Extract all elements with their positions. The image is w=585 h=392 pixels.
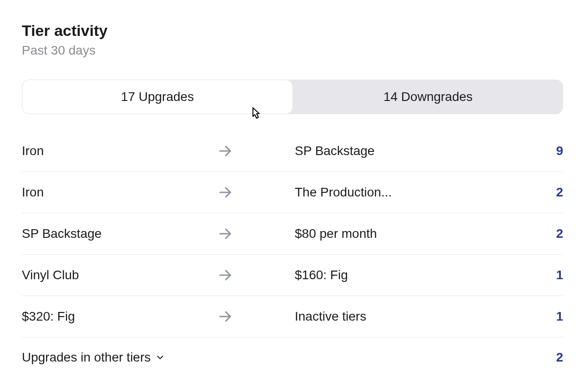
from-tier: SP Backstage [22,226,217,241]
tier-count: 9 [536,144,563,158]
tab-upgrades-label: 17 Upgrades [121,90,194,104]
tier-count: 2 [536,185,563,200]
other-tiers-count: 2 [536,350,563,365]
tab-downgrades[interactable]: 14 Downgrades [293,80,563,114]
to-tier: Inactive tiers [295,309,536,324]
arrow-right-icon [217,309,295,324]
tier-count: 1 [536,309,563,324]
other-tiers-toggle[interactable]: Upgrades in other tiers [22,350,536,365]
list-item[interactable]: Iron The Production... 2 [22,172,563,213]
to-tier: $160: Fig [295,268,536,282]
chevron-down-icon [155,352,165,362]
tier-count: 2 [536,226,563,241]
other-tiers-label: Upgrades in other tiers [22,350,151,365]
header: Tier activity Past 30 days [22,22,563,58]
tab-downgrades-label: 14 Downgrades [383,90,473,104]
list-item[interactable]: $320: Fig Inactive tiers 1 [22,296,563,337]
from-tier: $320: Fig [22,309,217,324]
list-item[interactable]: Iron SP Backstage 9 [22,131,563,172]
other-tiers-row: Upgrades in other tiers 2 [22,337,563,365]
arrow-right-icon [217,143,295,159]
from-tier: Iron [22,185,217,200]
page-subtitle: Past 30 days [22,43,563,58]
list-item[interactable]: SP Backstage $80 per month 2 [22,213,563,255]
from-tier: Vinyl Club [22,268,217,282]
to-tier: The Production... [295,185,536,200]
to-tier: SP Backstage [295,144,536,158]
list-item[interactable]: Vinyl Club $160: Fig 1 [22,255,563,296]
page-title: Tier activity [22,22,563,40]
tab-bar: 17 Upgrades 14 Downgrades [22,80,563,114]
tier-count: 1 [536,268,563,282]
from-tier: Iron [22,144,217,158]
to-tier: $80 per month [295,226,536,241]
tab-upgrades[interactable]: 17 Upgrades [22,80,293,114]
tier-activity-list: Iron SP Backstage 9 Iron The Production.… [22,131,563,365]
arrow-right-icon [217,185,295,200]
arrow-right-icon [217,226,295,241]
arrow-right-icon [217,267,295,283]
